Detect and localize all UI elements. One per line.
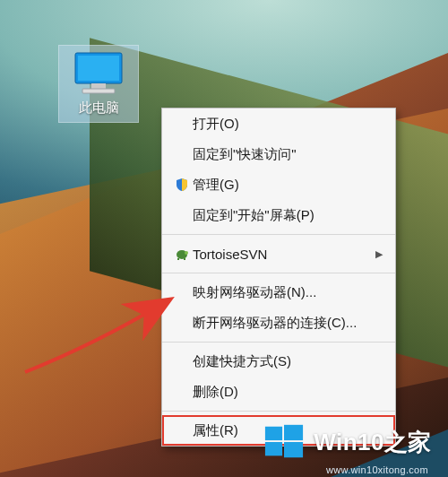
watermark: Win10之家 — [263, 421, 432, 463]
svg-rect-3 — [82, 89, 115, 93]
menu-item-label: 断开网络驱动器的连接(C)... — [193, 315, 383, 332]
submenu-arrow-icon: ▶ — [375, 248, 383, 260]
desktop-background: 此电脑 打开(O)固定到"快速访问"管理(G)固定到"开始"屏幕(P)Torto… — [0, 0, 448, 477]
menu-item[interactable]: 管理(G) — [162, 169, 395, 200]
svg-rect-7 — [184, 258, 185, 260]
menu-item[interactable]: 断开网络驱动器的连接(C)... — [162, 308, 395, 338]
menu-item[interactable]: 映射网络驱动器(N)... — [162, 277, 395, 308]
menu-item-label: 管理(G) — [193, 177, 383, 194]
tortoise-icon — [171, 247, 193, 261]
svg-rect-10 — [265, 442, 282, 455]
menu-separator — [162, 342, 395, 343]
desktop-icon-this-pc[interactable]: 此电脑 — [58, 45, 139, 123]
svg-rect-8 — [265, 427, 282, 440]
menu-item-label: 打开(O) — [193, 116, 383, 133]
svg-rect-6 — [177, 258, 179, 260]
svg-rect-11 — [284, 442, 303, 457]
menu-separator — [162, 234, 395, 235]
menu-item-label: TortoiseSVN — [193, 247, 375, 262]
svg-rect-2 — [91, 83, 106, 89]
menu-item-label: 删除(D) — [193, 384, 383, 401]
menu-item-label: 固定到"开始"屏幕(P) — [193, 207, 383, 224]
svg-rect-1 — [78, 56, 119, 81]
menu-item[interactable]: 删除(D) — [162, 377, 395, 407]
menu-item-label: 固定到"快速访问" — [193, 146, 383, 163]
icon-selection-box: 此电脑 — [58, 45, 139, 123]
menu-separator — [162, 411, 395, 412]
menu-separator — [162, 273, 395, 273]
svg-point-5 — [185, 251, 188, 255]
desktop-icon-label: 此电脑 — [61, 100, 136, 117]
this-pc-icon — [70, 49, 127, 96]
svg-rect-9 — [284, 425, 303, 440]
watermark-text: Win10之家 — [314, 427, 432, 458]
menu-item[interactable]: 固定到"快速访问" — [162, 139, 395, 169]
menu-item[interactable]: 打开(O) — [162, 108, 395, 139]
shield-icon — [171, 178, 193, 192]
watermark-url: www.win10xitong.com — [326, 464, 428, 475]
menu-item[interactable]: 创建快捷方式(S) — [162, 346, 395, 377]
context-menu: 打开(O)固定到"快速访问"管理(G)固定到"开始"屏幕(P)TortoiseS… — [161, 108, 396, 447]
menu-item-label: 创建快捷方式(S) — [193, 353, 383, 370]
windows-logo-icon — [263, 421, 305, 463]
menu-item-label: 映射网络驱动器(N)... — [193, 284, 383, 301]
menu-item[interactable]: TortoiseSVN▶ — [162, 238, 395, 269]
menu-item[interactable]: 固定到"开始"屏幕(P) — [162, 200, 395, 230]
